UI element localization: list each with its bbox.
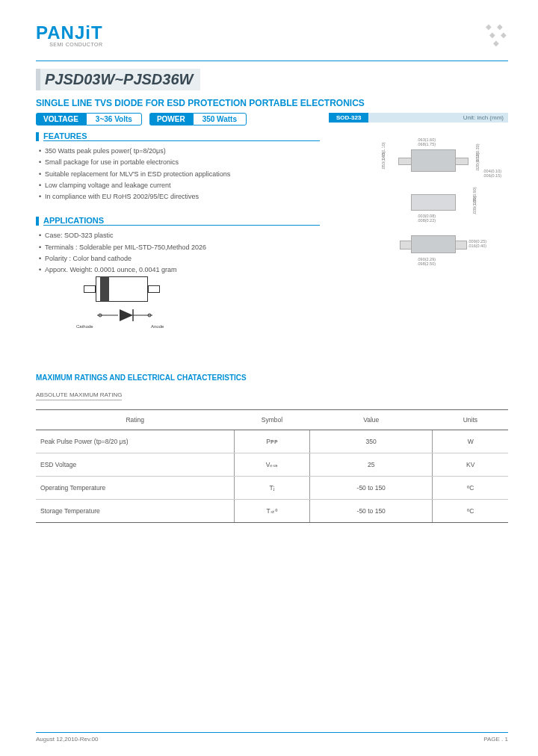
anode-label: Anode [151,324,164,329]
col-units: Units [433,409,508,430]
ratings-subtitle: ABSOLUTE MAXIMUM RATING [36,391,122,400]
features-list: 350 Watts peak pules power( tp=8/20μs) S… [36,146,320,202]
voltage-value: 3~36 Volts [86,113,142,126]
logo-subtext: SEMI CONDUCTOR [36,42,103,47]
list-item: In compliance with EU RoHS 2002/95/EC di… [39,191,320,202]
dim-text: .016(0.40) [468,244,486,248]
package-header: SOD-323 Unit: inch (mm) [329,113,508,123]
cathode-label: Cathode [76,324,93,329]
cell: Tₛₜᵍ [234,499,309,522]
dim-text: .068(1.75) [417,142,436,146]
diode-symbol-icon [96,308,155,329]
cell: Operating Temperature [36,476,234,499]
cell: KV [433,453,508,476]
col-rating: Rating [36,409,234,430]
cell: W [433,430,508,453]
svg-marker-2 [120,309,133,321]
cell: -50 to 150 [310,476,433,499]
footer-date: August 12,2010-Rev.00 [36,736,98,743]
applications-heading: APPLICATIONS [36,216,320,226]
cell: 350 [310,430,433,453]
dim-text: .098(2.50) [417,261,436,266]
list-item: Suitable replacement for MLV'S in ESD pr… [39,169,320,180]
logo-text-2: JiT [75,22,103,43]
list-item: Terminals : Solderable per MIL-STD-750,M… [39,242,320,253]
dim-text: .020(0.50) [475,152,480,171]
list-item: Case: SOD-323 plastic [39,230,320,241]
footer-page: PAGE . 1 [483,736,508,743]
cell: ºC [433,476,508,499]
cell: Peak Pulse Power (tp=8/20 μs) [36,430,234,453]
list-item: Polarity : Color band cathode [39,253,320,264]
package-name: SOD-323 [329,113,368,123]
cell: ESD Voltage [36,453,234,476]
package-unit: Unit: inch (mm) [368,113,508,123]
table-row: Peak Pulse Power (tp=8/20 μs) Pᴘᴘ 350 W [36,430,508,453]
dim-text: .008(0.22) [417,218,436,223]
cell: 25 [310,453,433,476]
page-footer: August 12,2010-Rev.00 PAGE . 1 [36,732,508,743]
col-value: Value [310,409,433,430]
dim-text: .039(1.00) [472,196,477,214]
brand-logo: PANJiT SEMI CONDUCTOR [36,22,103,47]
ratings-table: Rating Symbol Value Units Peak Pulse Pow… [36,409,508,523]
features-title: FEATURES [43,131,320,141]
applications-list: Case: SOD-323 plastic Terminals : Solder… [36,230,320,276]
dim-text: .053(1.35) [381,151,386,170]
table-row: ESD Voltage Vₑₛₔ 25 KV [36,453,508,476]
package-top-view [411,149,456,172]
power-label: POWER [149,113,193,126]
list-item: Low clamping voltage and leakage current [39,180,320,191]
table-row: Storage Temperature Tₛₜᵍ -50 to 150 ºC [36,499,508,522]
list-item: Apporx. Weight: 0.0001 ounce, 0.0041 gra… [39,264,320,276]
applications-title: APPLICATIONS [43,216,320,226]
dim-text: .006(0.15) [483,173,501,178]
header-row: PANJiT SEMI CONDUCTOR ◆ ◆ ◆ ◆ ◆ [36,22,508,47]
part-number-title: PJSD03W~PJSD36W [36,69,200,90]
table-row: Operating Temperature Tⱼ -50 to 150 ºC [36,476,508,499]
cell: -50 to 150 [310,499,433,522]
cell: Pᴘᴘ [234,430,309,453]
polarity-diagram: Cathode Anode [73,276,178,329]
spec-pills: VOLTAGE 3~36 Volts POWER 350 Watts [36,113,320,126]
cell: ºC [433,499,508,522]
decorative-dots: ◆ ◆ ◆ ◆ ◆ [486,22,508,47]
package-end-view [411,235,456,253]
voltage-label: VOLTAGE [36,113,86,126]
document-subtitle: SINGLE LINE TVS DIODE FOR ESD PROTECTION… [36,98,508,108]
list-item: 350 Watts peak pules power( tp=8/20μs) [39,146,320,157]
package-side-view [411,194,456,211]
power-value: 350 Watts [193,113,247,126]
cell: Tⱼ [234,476,309,499]
cell: Vₑₛₔ [234,453,309,476]
package-drawing: .063(1.60) .068(1.75) .043(1.10) .053(1.… [329,127,508,284]
logo-text-1: PAN [36,22,75,43]
ratings-title: MAXIMUM RATINGS AND ELECTRICAL CHATACTER… [36,374,508,382]
top-rule [36,61,508,61]
col-symbol: Symbol [234,409,309,430]
list-item: Small package for use in portable electr… [39,157,320,168]
cell: Storage Temperature [36,499,234,522]
features-heading: FEATURES [36,131,320,141]
